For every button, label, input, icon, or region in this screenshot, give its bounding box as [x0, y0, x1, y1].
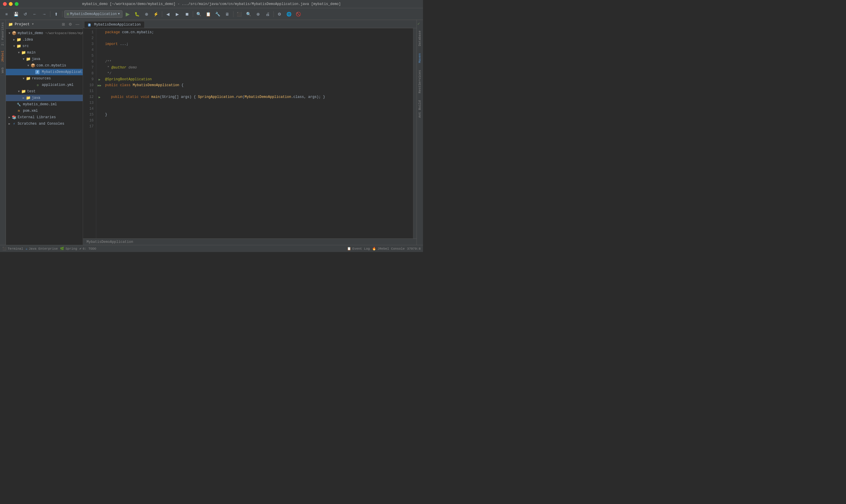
run-button[interactable]: ▶: [124, 10, 132, 18]
tree-item-pom[interactable]: ▶ m pom.xml: [6, 108, 83, 114]
kw-public2: public: [111, 94, 126, 100]
tree-label-pom: pom.xml: [23, 109, 38, 113]
arrow-resources: ▼: [21, 76, 26, 81]
code-line-2: [105, 35, 413, 41]
gutter-row-10: ▶ ▶: [96, 82, 103, 88]
run-gutter-10b[interactable]: ▶: [100, 84, 102, 87]
tree-label-java-folder: java: [32, 57, 40, 61]
code-editor: 1 2 3 4 5 6 7 8 9 10 11 12 13 14 15 16 1…: [83, 28, 416, 238]
run-gutter-12[interactable]: ▶: [99, 95, 101, 99]
run-gutter-10[interactable]: ▶: [98, 84, 100, 87]
status-todo[interactable]: ✔ 6: TODO: [80, 247, 96, 251]
scrollbar-indicator[interactable]: [413, 28, 416, 238]
tree-item-project[interactable]: ▼ 📦 mybatis_demo ~/workspace/demo/mybati…: [6, 30, 83, 36]
maximize-button[interactable]: [15, 2, 19, 6]
hierarchy-button[interactable]: ⊕: [254, 10, 262, 18]
sidebar-item-maven[interactable]: Maven: [417, 50, 423, 67]
profile-button[interactable]: ⚡: [152, 10, 160, 18]
run-config-dropdown[interactable]: ▣ MybatisDemoApplication ▼: [64, 10, 122, 18]
line-num-2: 2: [83, 35, 93, 41]
comment-author: *: [105, 65, 111, 71]
code-line-12: public static void main(String[] args) {…: [105, 94, 413, 100]
sync-button[interactable]: ↺: [21, 10, 30, 18]
power-save-button[interactable]: ⚙: [276, 10, 284, 18]
clipboard-button[interactable]: 📋: [204, 10, 212, 18]
menu-button[interactable]: ≡: [2, 10, 11, 18]
iml-icon: 🔧: [16, 102, 21, 107]
stop-button[interactable]: ⏹: [183, 10, 191, 18]
gutter-row-16: [96, 118, 103, 124]
folder-icon-java-test: 📁: [26, 95, 31, 100]
sidebar-item-web[interactable]: Web: [0, 65, 5, 76]
tree-item-package[interactable]: ▼ 📦 com.cn.mybatis: [6, 62, 83, 69]
status-terminal[interactable]: ⬛ Terminal: [2, 247, 23, 251]
notifications-button[interactable]: 🚫: [294, 10, 303, 18]
sidebar-item-ant[interactable]: Ant Build: [417, 97, 423, 121]
code-package-name: com.cn.mybatis;: [122, 30, 154, 35]
status-jrebel-console[interactable]: 🔥 JRebel Console: [372, 247, 404, 251]
debug-button[interactable]: 🐛: [133, 10, 141, 18]
tree-label-ext-libs: External Libraries: [18, 115, 56, 120]
code-content[interactable]: package com.cn.mybatis; import ...; /** …: [103, 28, 413, 238]
settings-button[interactable]: 🔧: [214, 10, 222, 18]
close-button[interactable]: [3, 2, 7, 6]
tree-item-main-class[interactable]: ▶ J MybatisDemoApplication: [6, 69, 83, 75]
up-button[interactable]: ⬆: [52, 10, 61, 18]
sidebar-item-jrebel[interactable]: JRebel: [0, 48, 5, 65]
closing-brace: }: [105, 112, 107, 118]
panel-dropdown-arrow[interactable]: ▼: [32, 23, 34, 26]
run-gutter-9[interactable]: ▶: [99, 78, 101, 82]
sep1: [50, 11, 50, 17]
code-line-13: [105, 100, 413, 106]
coverage-button[interactable]: ⊕: [142, 10, 151, 18]
line-num-5: 5: [83, 53, 93, 59]
back-button[interactable]: ←: [31, 10, 39, 18]
panel-settings-btn[interactable]: ⚙: [67, 21, 73, 28]
find-usages-button[interactable]: 🔍: [245, 10, 253, 18]
tree-item-src[interactable]: ▼ 📁 src: [6, 43, 83, 49]
sep2: [62, 11, 63, 17]
tree-item-scratches[interactable]: ▶ ⚡ Scratches and Consoles: [6, 121, 83, 127]
sidebar-item-database[interactable]: Database: [417, 27, 423, 50]
file-tab-main[interactable]: J MybatisDemoApplication: [84, 21, 144, 28]
tree-item-idea[interactable]: ▶ 📁 .idea: [6, 36, 83, 43]
tree-item-main[interactable]: ▼ 📁 main: [6, 49, 83, 56]
tree-item-ext-libs[interactable]: ▶ 📚 External Libraries: [6, 114, 83, 121]
tree-item-resources[interactable]: ▼ 📁 resources: [6, 75, 83, 82]
comment-at-author: @author: [111, 65, 126, 71]
sidebar-item-rest[interactable]: RestServices: [417, 67, 423, 97]
comment-end: */: [105, 71, 111, 76]
arrow-src: ▼: [12, 44, 16, 49]
status-spring[interactable]: 🌿 Spring: [60, 247, 77, 251]
tree-item-java-test[interactable]: ▶ 📁 java: [6, 95, 83, 101]
line-num-10: 10: [83, 82, 93, 88]
tree-item-java-folder[interactable]: ▼ 📁 java: [6, 56, 83, 62]
panel-minimize-btn[interactable]: —: [74, 21, 80, 28]
sidebar-item-favorites[interactable]: 2: Favorites: [0, 20, 5, 48]
tree-item-test[interactable]: ▼ 📁 test: [6, 88, 83, 95]
print-button[interactable]: 🖨: [263, 10, 272, 18]
line-num-4: 4: [83, 47, 93, 53]
forward-button[interactable]: →: [40, 10, 48, 18]
prev-button[interactable]: ◀: [164, 10, 172, 18]
save-button[interactable]: 💾: [12, 10, 20, 18]
browser-button[interactable]: 🌐: [285, 10, 293, 18]
minimize-button[interactable]: [9, 2, 13, 6]
status-java-enterprise[interactable]: ☕ Java Enterprise: [25, 247, 58, 251]
tree-item-iml[interactable]: ▶ 🔧 mybatis_demo.iml: [6, 101, 83, 108]
gutter-row-11: [96, 88, 103, 94]
line-num-8: 8: [83, 71, 93, 76]
search-everywhere-button[interactable]: 🔍: [195, 10, 203, 18]
panel-layout-btn[interactable]: ⊞: [61, 21, 66, 28]
tree-item-appyml[interactable]: ▶ ⚙ application.yml: [6, 82, 83, 88]
vcs-button[interactable]: 🖥: [223, 10, 231, 18]
tools-button[interactable]: ⬛: [235, 10, 243, 18]
panel-header-actions: ⊞ ⚙ —: [61, 21, 80, 28]
code-line-8: */: [105, 71, 413, 76]
next-btn[interactable]: ▶: [173, 10, 182, 18]
line-numbers: 1 2 3 4 5 6 7 8 9 10 11 12 13 14 15 16 1…: [83, 28, 96, 238]
code-line-3: import ...;: [105, 41, 413, 47]
project-panel: 📁 Project ▼ ⊞ ⚙ — ▼ 📦 mybatis_demo ~/wor…: [6, 20, 83, 245]
status-event-log[interactable]: 📋 Event Log: [347, 247, 370, 251]
line-num-16: 16: [83, 118, 93, 124]
